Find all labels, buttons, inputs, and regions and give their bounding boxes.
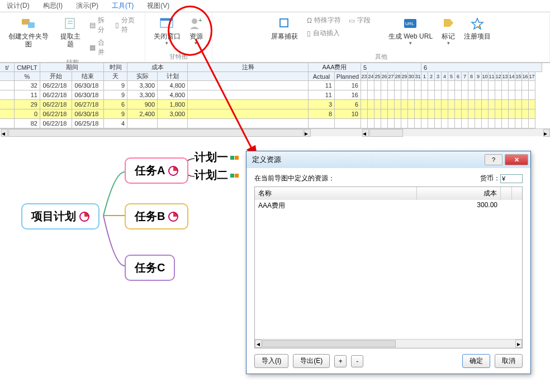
svg-rect-6	[160, 18, 173, 21]
folder-map-icon	[21, 16, 36, 31]
day-col: 6	[455, 72, 462, 81]
close-window-button[interactable]: 关闭窗口 ▾	[150, 15, 184, 47]
day-col: 31	[415, 72, 421, 81]
dialog-title: 定义资源	[252, 155, 485, 165]
tab-idea[interactable]: 构思(I)	[36, 0, 69, 12]
day-col: 28	[395, 72, 401, 81]
col-period: 期间	[40, 63, 104, 72]
doc-icon: ▯	[307, 30, 311, 37]
mark-button[interactable]: 标记 ▾	[437, 15, 459, 47]
table-row[interactable]: 006/22/1806/30/1892,4003,000810	[0, 109, 550, 119]
resource-name-cell: AAA费用	[255, 200, 417, 212]
person-plus-icon: +	[188, 16, 204, 31]
field-button[interactable]: ▭字段	[347, 15, 373, 26]
cubes-icon	[230, 171, 240, 179]
col-cost-header[interactable]: 成本	[417, 187, 501, 200]
table-scrollbar[interactable]: ◂▸	[255, 339, 522, 348]
table-row[interactable]: 3206/22/1806/30/1893,3004,8001116	[0, 81, 550, 90]
gen-web-url-button[interactable]: URL 生成 Web URL ▾	[385, 15, 436, 47]
day-col: 23	[361, 72, 368, 81]
col-plan-cost: 计划	[158, 72, 188, 81]
day-col: 10	[482, 72, 489, 81]
chevron-down-icon: ▾	[195, 40, 197, 46]
tab-tools[interactable]: 工具(T)	[105, 0, 140, 12]
day-col: 3	[435, 72, 442, 81]
day-col: 4	[442, 72, 448, 81]
chevron-down-icon: ▾	[447, 40, 450, 46]
star-plus-icon: +	[470, 16, 485, 31]
col-time: 时间	[104, 63, 127, 72]
table-row[interactable]: 2906/22/1806/27/1869001,80036	[0, 100, 550, 109]
merge-button[interactable]: ▦合并	[87, 37, 111, 58]
ribbon-tabs: 设计(D) 构思(I) 演示(P) 工具(T) 视图(V)	[0, 0, 550, 12]
day-headers: 2324252627282930311234567891011121314151…	[361, 72, 535, 81]
col-start: 开始	[40, 72, 72, 81]
register-project-button[interactable]: + 注册项目	[461, 15, 494, 41]
create-folder-map-button[interactable]: 创建文件夹导图	[3, 15, 54, 49]
chevron-down-icon: ▾	[165, 40, 168, 46]
resource-table: 名称 成本 AAA费用 300.00 ◂▸	[254, 187, 523, 348]
pagebreak-button[interactable]: ▯分页符	[113, 15, 141, 36]
special-char-button[interactable]: Ω特殊字符	[305, 15, 343, 26]
root-node[interactable]: 项目计划	[21, 203, 99, 230]
plan1-node[interactable]: 计划一	[195, 150, 240, 165]
page-icon: ▯	[115, 21, 119, 29]
svg-text:+: +	[478, 23, 481, 30]
extract-icon	[63, 16, 78, 31]
dialog-close-button[interactable]: ✕	[505, 154, 528, 165]
day-col: 27	[388, 72, 395, 81]
svg-point-7	[192, 18, 197, 24]
import-button[interactable]: 导入(I)	[254, 354, 288, 368]
remove-resource-button[interactable]: -	[351, 355, 363, 367]
day-col: 2	[428, 72, 435, 81]
group-other-label: 其他	[375, 52, 387, 62]
col-6: 6	[421, 63, 542, 72]
day-col: 25	[374, 72, 381, 81]
auto-insert-button[interactable]: ▯自动插入	[305, 27, 343, 39]
ok-button[interactable]: 确定	[462, 354, 490, 368]
screen-capture-button[interactable]: 屏幕捕获	[268, 15, 301, 41]
gantt-grid: t/ CMPLT 期间 时间 成本 注释 AAA费用 5 6 % 开始 结束 天…	[0, 63, 550, 136]
dialog-prompt: 在当前导图中定义的资源：	[254, 174, 480, 183]
add-resource-button[interactable]: +	[334, 355, 347, 367]
day-col: 17	[529, 72, 535, 81]
col-actual: Actual	[309, 72, 335, 81]
field-icon: ▭	[349, 17, 355, 25]
tab-present[interactable]: 演示(P)	[69, 0, 105, 12]
progress-pie-icon	[168, 212, 178, 222]
col-cost: 成本	[127, 63, 188, 72]
window-icon	[159, 16, 175, 31]
split-button[interactable]: ▤拆分	[87, 15, 111, 36]
cancel-button[interactable]: 取消	[495, 354, 523, 368]
dialog-help-button[interactable]: ?	[485, 154, 502, 165]
currency-input[interactable]	[500, 174, 523, 183]
merge-icon: ▦	[89, 44, 96, 51]
svg-rect-9	[280, 19, 288, 27]
export-button[interactable]: 导出(E)	[293, 354, 330, 368]
progress-pie-icon	[168, 166, 178, 176]
grid-scrollbar[interactable]: ◂▸ ◂▸	[0, 128, 550, 136]
svg-text:+: +	[198, 17, 202, 23]
day-col: 14	[509, 72, 515, 81]
col-note: 注释	[188, 63, 309, 72]
table-row[interactable]: AAA费用 300.00	[255, 200, 522, 212]
resource-button[interactable]: + 资源 ▾	[185, 15, 207, 47]
plan2-node[interactable]: 计划二	[195, 168, 240, 183]
col-days: 天	[104, 72, 127, 81]
split-icon: ▤	[89, 21, 96, 29]
day-col: 7	[462, 72, 468, 81]
col-5: 5	[361, 63, 421, 72]
table-row[interactable]: 8206/22/1806/25/184	[0, 119, 550, 128]
tab-view[interactable]: 视图(V)	[140, 0, 176, 12]
task-b-node[interactable]: 任务B	[125, 203, 188, 230]
task-a-node[interactable]: 任务A	[125, 157, 188, 184]
col-cmplt: CMPLT	[15, 63, 40, 72]
define-resource-dialog: 定义资源 ? ✕ 在当前导图中定义的资源： 货币： 名称 成本 AAA费用 30…	[246, 151, 531, 374]
tab-design[interactable]: 设计(D)	[0, 0, 36, 12]
ribbon: 创建文件夹导图 提取主题 ▤拆分 ▦合并 ▯分页符 结构 关闭窗口 ▾ + 资源	[0, 12, 550, 63]
table-row[interactable]: 1106/22/1806/30/1893,3004,8001116	[0, 90, 550, 100]
task-c-node[interactable]: 任务C	[125, 255, 175, 281]
dialog-titlebar[interactable]: 定义资源 ? ✕	[246, 151, 530, 168]
extract-topic-button[interactable]: 提取主题	[55, 15, 86, 49]
col-name-header[interactable]: 名称	[255, 187, 417, 200]
